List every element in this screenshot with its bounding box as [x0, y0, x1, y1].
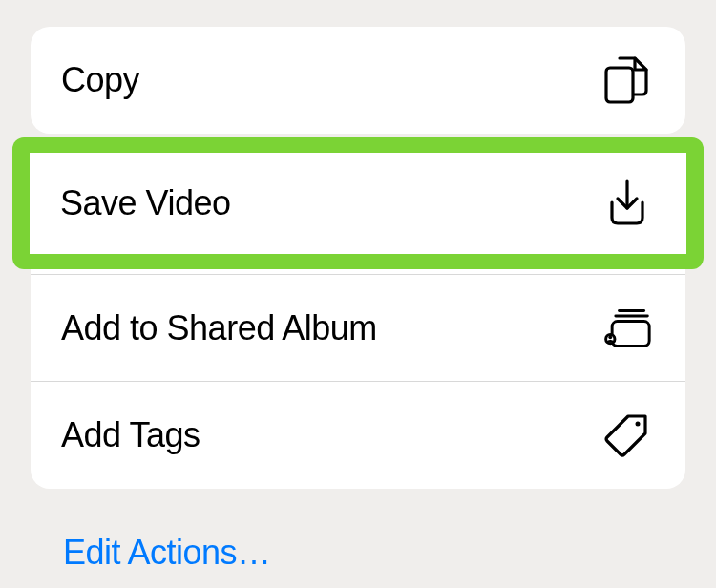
copy-action[interactable]: Copy: [31, 27, 685, 134]
edit-actions-link[interactable]: Edit Actions…: [31, 514, 685, 588]
edit-actions-label: Edit Actions…: [63, 533, 271, 572]
save-video-label: Save Video: [61, 201, 231, 242]
add-tags-action[interactable]: Add Tags: [31, 382, 685, 489]
menu-group-actions: Save Video Add to Shared Album: [31, 168, 685, 489]
save-video-action[interactable]: Save Video: [31, 168, 685, 275]
copy-icon: [601, 55, 651, 105]
add-to-shared-album-action[interactable]: Add to Shared Album: [31, 275, 685, 382]
copy-label: Copy: [61, 60, 139, 100]
menu-group-copy: Copy: [31, 27, 685, 134]
svg-point-3: [608, 335, 612, 339]
tag-icon: [601, 410, 651, 460]
svg-point-4: [636, 422, 641, 427]
svg-rect-0: [606, 68, 633, 102]
shared-album-icon: [601, 304, 651, 353]
svg-rect-1: [612, 322, 649, 346]
add-tags-label: Add Tags: [61, 415, 200, 455]
add-to-shared-album-label: Add to Shared Album: [61, 308, 377, 348]
download-tray-icon: [601, 197, 651, 246]
